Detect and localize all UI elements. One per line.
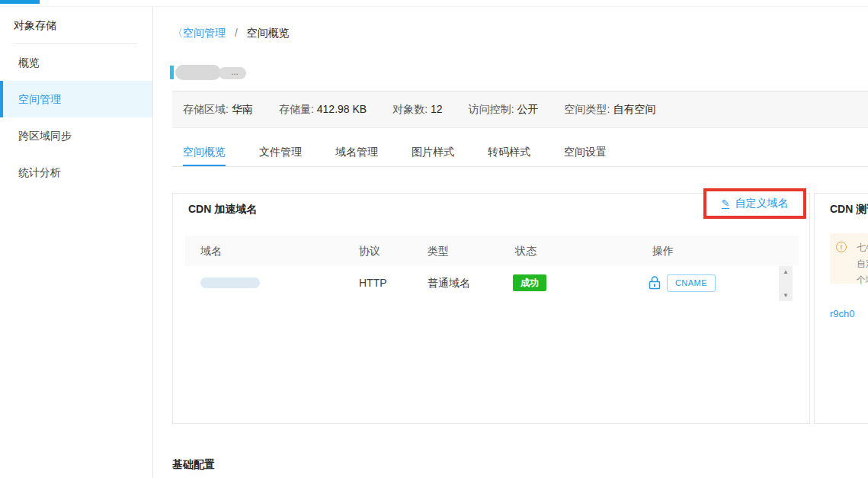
notice-line: 七牛测试域名	[857, 240, 868, 256]
cname-button[interactable]: CNAME	[667, 274, 716, 292]
tab-image-styles[interactable]: 图片样式	[412, 138, 454, 166]
table-row: HTTP 普通域名 成功 CNAME	[185, 266, 799, 300]
domains-table-header: 域名 协议 类型 状态 操作	[185, 236, 799, 266]
row-protocol: HTTP	[359, 266, 387, 300]
stat-object-count: 对象数:12	[392, 103, 442, 117]
col-action: 操作	[652, 236, 674, 266]
breadcrumb: 〈空间管理 / 空间概览	[172, 27, 290, 40]
lock-icon[interactable]	[649, 276, 662, 290]
stat-storage: 存储量:412.98 KB	[279, 103, 367, 117]
top-loading-bar	[0, 0, 40, 4]
breadcrumb-back-link[interactable]: 〈空间管理	[172, 27, 226, 39]
stat-bucket-type: 空间类型:自有空间	[565, 103, 656, 117]
sidebar-item-bucket-management[interactable]: 空间管理	[0, 81, 152, 117]
bucket-tabs: 空间概览 文件管理 域名管理 图片样式 转码样式 空间设置	[172, 138, 868, 167]
sidebar-item-label: 统计分析	[18, 166, 61, 178]
warning-icon: !	[836, 242, 847, 252]
test-domain-notice: ! 七牛测试域名 自定义域名 个域名	[830, 233, 868, 284]
col-domain: 域名	[200, 236, 222, 266]
cdn-test-domain-card: CDN 测试域名 ! 七牛测试域名 自定义域名 个域名 r9ch0	[814, 193, 868, 424]
tab-file-management[interactable]: 文件管理	[259, 138, 302, 166]
scroll-down-icon[interactable]: ▼	[779, 292, 793, 299]
cdn-domains-card: CDN 加速域名 域名 协议 类型 状态 操作 HTTP 普通域名 成功 CNA…	[172, 193, 810, 424]
scroll-up-icon[interactable]: ▲	[779, 268, 793, 275]
tab-bucket-overview[interactable]: 空间概览	[183, 138, 226, 166]
sidebar-item-statistics[interactable]: 统计分析	[0, 154, 152, 191]
col-status: 状态	[515, 236, 536, 266]
notice-line: 个域名	[857, 272, 868, 288]
sidebar-item-label: 跨区域同步	[18, 130, 72, 142]
bucket-stats-bar: 存储区域:华南 存储量:412.98 KB 对象数:12 访问控制:公开 空间类…	[172, 91, 868, 128]
tab-transcode-styles[interactable]: 转码样式	[488, 138, 530, 166]
sidebar-item-label: 空间管理	[18, 93, 61, 105]
stat-region: 存储区域:华南	[183, 103, 253, 117]
tab-domain-management[interactable]: 域名管理	[335, 138, 378, 166]
domain-name-redacted	[200, 277, 260, 288]
red-annotation-box: ✎ 自定义域名	[703, 188, 806, 219]
sidebar-item-overview[interactable]: 概览	[0, 44, 152, 81]
cdn-domains-card-title: CDN 加速域名	[188, 203, 257, 217]
custom-domain-button[interactable]: ✎ 自定义域名	[722, 197, 789, 210]
custom-domain-button-label: 自定义域名	[735, 197, 788, 210]
cdn-test-card-title: CDN 测试域名	[830, 203, 868, 217]
sidebar-item-label: 概览	[18, 56, 40, 69]
edit-pencil-icon: ✎	[722, 199, 730, 209]
sidebar-item-cross-region-sync[interactable]: 跨区域同步	[0, 117, 152, 154]
row-type: 普通域名	[428, 266, 470, 300]
notice-line: 自定义域名	[857, 256, 868, 272]
breadcrumb-separator: /	[235, 27, 238, 39]
sidebar: 对象存储 概览 空间管理 跨区域同步 统计分析	[0, 6, 153, 478]
main-content: 〈空间管理 / 空间概览 … 存储区域:华南 存储量:412.98 KB 对象数…	[153, 6, 868, 478]
back-chevron-icon: 〈	[172, 27, 183, 39]
bucket-name-accent-bar	[170, 66, 174, 79]
sidebar-section-title: 对象存储	[0, 7, 152, 43]
basic-config-section-title: 基础配置	[172, 458, 215, 472]
breadcrumb-back-label: 空间管理	[183, 27, 226, 39]
col-protocol: 协议	[359, 236, 380, 266]
page-title: 空间概览	[247, 27, 290, 39]
bucket-name-redacted-dots: …	[231, 68, 239, 76]
test-domain-link[interactable]: r9ch0	[830, 308, 855, 319]
stat-access-control: 访问控制:公开	[469, 103, 539, 117]
table-scrollbar[interactable]: ▲ ▼	[779, 266, 793, 301]
status-badge: 成功	[513, 274, 546, 291]
tab-bucket-settings[interactable]: 空间设置	[564, 138, 607, 166]
col-type: 类型	[428, 236, 449, 266]
bucket-name-redacted	[175, 65, 221, 80]
